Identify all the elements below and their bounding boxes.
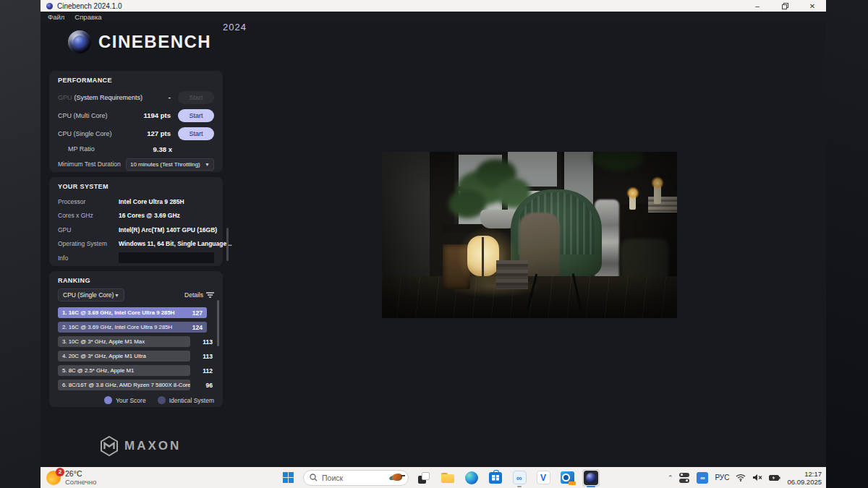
search-box[interactable]: Поиск — [303, 470, 409, 486]
ranking-scrollbar[interactable] — [217, 300, 219, 346]
tray-time: 12:17 — [787, 470, 822, 478]
outlook-icon — [561, 471, 574, 484]
close-button[interactable]: ✕ — [799, 0, 826, 12]
cpu-single-label: CPU (Single Core) — [58, 130, 112, 137]
gpu-row: GPU (System Requirements) - Start — [58, 88, 214, 106]
ranking-row-4[interactable]: 4. 20C @ 3* GHz, Apple M1 Ultra 113 — [58, 351, 214, 361]
maxon-brand: MAXON — [100, 436, 181, 456]
notification-badge: 2 — [56, 468, 64, 476]
ranking-row-6[interactable]: 6. 8C/16T @ 3.8 GHz, AMD Ryzen 7 5800X 8… — [58, 380, 214, 390]
rank-label: 6. 8C/16T @ 3.8 GHz, AMD Ryzen 7 5800X 8… — [62, 382, 190, 388]
rank-score: 112 — [203, 367, 214, 374]
system-gpu-value: Intel(R) Arc(TM) 140T GPU (16GB) — [119, 226, 217, 234]
tray-date: 06.09.2025 — [787, 478, 822, 486]
file-explorer-button[interactable] — [439, 469, 456, 487]
sun-icon: 2 — [46, 471, 61, 485]
windows-logo-icon — [283, 472, 294, 483]
tray-device-icon[interactable] — [679, 472, 690, 483]
tray-infinity-icon[interactable]: ∞ — [697, 472, 708, 484]
processor-label: Processor — [58, 198, 119, 205]
weather-widget[interactable]: 2 26°C Солнечно — [46, 467, 96, 488]
maxon-logo-icon — [100, 436, 119, 456]
rank-score: 127 — [192, 309, 203, 317]
mp-ratio-label: MP Ratio — [68, 145, 95, 153]
edge-button[interactable] — [463, 469, 480, 487]
folder-icon — [441, 473, 454, 483]
gpu-label: GPU — [58, 94, 72, 101]
ranking-row-5[interactable]: 5. 8C @ 2.5* GHz, Apple M1 112 — [58, 365, 214, 376]
window-title: Cinebench 2024.1.0 — [57, 2, 122, 10]
rank-score: 113 — [203, 338, 214, 346]
details-control[interactable]: Details — [184, 291, 214, 299]
cinebench-logo-icon — [68, 30, 91, 53]
identical-system-label: Identical System — [169, 397, 214, 404]
chevron-down-icon: ▼ — [114, 293, 119, 298]
ranking-row-1[interactable]: 1. 16C @ 3.69 GHz, Intel Core Ultra 9 28… — [58, 307, 214, 318]
minimize-button[interactable]: – — [744, 0, 771, 12]
cpu-multi-start-button[interactable]: Start — [178, 109, 214, 122]
duration-dropdown[interactable]: 10 minutes (Test Throttling) ▼ — [126, 158, 214, 171]
ranking-filter-dropdown[interactable]: CPU (Single Core) ▼ — [58, 288, 124, 301]
outlook-button[interactable] — [558, 469, 576, 487]
your-score-dot — [104, 396, 112, 404]
processor-value: Intel Core Ultra 9 285H — [119, 198, 184, 205]
maximize-button[interactable] — [771, 0, 799, 12]
ranking-filter-value: CPU (Single Core) — [63, 291, 114, 299]
clock[interactable]: 12:17 06.09.2025 — [787, 470, 822, 486]
task-view-button[interactable] — [415, 469, 433, 487]
wifi-icon[interactable] — [736, 474, 746, 481]
cinebench-taskbar-button[interactable] — [582, 469, 600, 487]
ranking-row-2[interactable]: 2. 16C @ 3.69 GHz, Intel Core Ultra 9 28… — [58, 322, 214, 333]
duration-row: Minimum Test Duration 10 minutes (Test T… — [58, 155, 214, 173]
menu-help[interactable]: Справка — [75, 13, 101, 21]
rank-label: 2. 16C @ 3.69 GHz, Intel Core Ultra 9 28… — [62, 324, 172, 330]
system-row-os: Operating System Windows 11, 64 Bit, Sin… — [58, 237, 214, 252]
ranking-legend: Your Score Identical System — [58, 396, 214, 404]
gpu-requirements-link[interactable]: (System Requirements) — [75, 94, 143, 101]
your-score-label: Your Score — [116, 397, 146, 404]
v-app-icon: V — [537, 471, 550, 484]
tray-chevron-icon[interactable]: ⌃ — [668, 474, 673, 481]
battery-icon[interactable] — [769, 474, 780, 481]
letterbox-left — [0, 0, 41, 488]
os-label: Operating System — [58, 240, 119, 247]
cinebench-brand: CINEBENCH 2024 — [68, 30, 211, 53]
store-icon — [489, 472, 502, 484]
infinity-app-icon: ∞ — [513, 471, 527, 484]
app-content: CINEBENCH 2024 PERFORMANCE GPU (System R… — [41, 22, 826, 467]
cores-value: 16 Cores @ 3.69 GHz — [119, 212, 180, 219]
start-button[interactable] — [279, 469, 297, 487]
duration-label: Minimum Test Duration — [58, 160, 121, 168]
rank-label: 5. 8C @ 2.5* GHz, Apple M1 — [62, 367, 134, 374]
cpu-multi-row: CPU (Multi Core) 1194 pts Start — [58, 106, 214, 124]
menu-bar: Файл Справка — [41, 12, 826, 22]
menu-file[interactable]: Файл — [48, 13, 64, 21]
ranking-panel: RANKING CPU (Single Core) ▼ Details 1. 1… — [49, 271, 223, 407]
search-highlight-bird-icon — [386, 471, 405, 484]
weather-temp: 26°C — [65, 470, 96, 478]
filter-icon — [206, 292, 214, 299]
running-indicator — [517, 486, 522, 487]
system-row-processor: Processor Intel Core Ultra 9 285H — [58, 194, 214, 209]
cpu-single-start-button[interactable]: Start — [178, 127, 214, 140]
gpu-start-button[interactable]: Start — [178, 91, 214, 104]
cinebench-taskbar-icon — [584, 471, 598, 485]
designer-app-button[interactable]: ∞ — [511, 469, 528, 487]
performance-title: PERFORMANCE — [58, 77, 214, 84]
microsoft-store-button[interactable] — [487, 469, 504, 487]
info-input[interactable] — [119, 252, 214, 263]
ranking-row-3[interactable]: 3. 10C @ 3* GHz, Apple M1 Max 113 — [58, 336, 214, 347]
app-scrollbar[interactable] — [226, 228, 229, 261]
search-placeholder: Поиск — [322, 474, 343, 482]
ranking-title: RANKING — [58, 277, 214, 284]
brand-year: 2024 — [223, 22, 247, 33]
language-indicator[interactable]: РУС — [715, 474, 729, 481]
mp-ratio-value: 9.38 x — [153, 145, 172, 153]
info-label: Info — [58, 254, 119, 262]
mp-ratio-row: MP Ratio 9.38 x — [58, 142, 214, 155]
maxon-label: MAXON — [124, 439, 181, 453]
window-titlebar: Cinebench 2024.1.0 – ✕ — [41, 0, 826, 12]
cores-label: Cores x GHz — [58, 212, 119, 219]
v-app-button[interactable]: V — [535, 469, 552, 487]
volume-muted-icon[interactable] — [752, 474, 762, 481]
